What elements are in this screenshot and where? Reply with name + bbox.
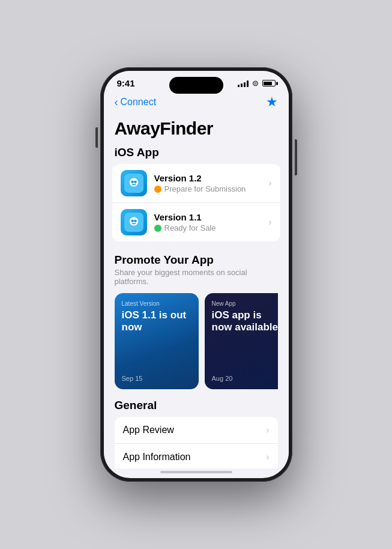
menu-item-app-review[interactable]: App Review › xyxy=(115,417,278,444)
phone-screen: 9:41 ⊜ ‹ Connect xyxy=(104,71,289,478)
promo-card-1-date: Sep 15 xyxy=(122,375,191,382)
promote-section: Promote Your App Share your biggest mome… xyxy=(104,251,289,396)
chevron-right-icon: › xyxy=(268,178,271,189)
nav-bar: ‹ Connect ★ xyxy=(104,91,289,116)
svg-point-1 xyxy=(129,178,138,187)
version-12-info: Version 1.2 Prepare for Submission xyxy=(154,173,269,193)
chevron-app-info: › xyxy=(266,452,269,463)
promo-card-1[interactable]: Latest Version iOS 1.1 is out now Sep 15 xyxy=(115,293,199,389)
version-11-info: Version 1.1 Ready for Sale xyxy=(154,212,269,232)
version-12-number: Version 1.2 xyxy=(154,173,269,183)
app-icon-v12 xyxy=(121,170,147,196)
chevron-app-review: › xyxy=(266,425,269,435)
menu-item-app-review-label: App Review xyxy=(123,425,174,435)
promo-card-2-title: iOS app is now available xyxy=(212,309,278,334)
battery-icon xyxy=(262,80,276,86)
version-12-status: Prepare for Submission xyxy=(154,184,269,193)
app-icon-v11 xyxy=(121,209,147,235)
screen-content[interactable]: ‹ Connect ★ AwayFinder iOS App xyxy=(104,91,289,469)
status-icons: ⊜ xyxy=(238,79,276,88)
version-list: Version 1.2 Prepare for Submission › xyxy=(112,164,280,241)
general-menu-list: App Review › App Information › Ratings a… xyxy=(115,417,278,469)
menu-item-app-info[interactable]: App Information › xyxy=(115,444,278,469)
version-12-status-text: Prepare for Submission xyxy=(164,184,246,193)
promo-card-1-tag: Latest Version xyxy=(122,300,191,307)
version-11-status: Ready for Sale xyxy=(154,223,269,232)
back-label: Connect xyxy=(121,97,157,108)
promo-cards: Latest Version iOS 1.1 is out now Sep 15… xyxy=(115,293,278,389)
app-title-section: AwayFinder xyxy=(104,116,289,146)
status-dot-orange xyxy=(154,186,161,193)
app-name: AwayFinder xyxy=(115,118,278,139)
promote-title: Promote Your App xyxy=(115,253,278,267)
general-section: General App Review › App Information › R… xyxy=(104,396,289,469)
wifi-icon: ⊜ xyxy=(252,79,259,88)
promote-subtitle: Share your biggest moments on social pla… xyxy=(115,268,278,286)
version-11-status-text: Ready for Sale xyxy=(164,223,216,232)
home-indicator xyxy=(160,471,232,473)
svg-point-8 xyxy=(129,217,138,226)
chevron-right-icon-2: › xyxy=(268,217,271,228)
star-button[interactable]: ★ xyxy=(266,94,278,110)
version-item-11[interactable]: Version 1.1 Ready for Sale › xyxy=(112,203,280,241)
general-title: General xyxy=(115,399,278,412)
phone-frame: 9:41 ⊜ ‹ Connect xyxy=(100,67,292,482)
signal-icon xyxy=(238,80,249,87)
promo-card-2-tag: New App xyxy=(212,300,278,307)
promo-card-1-title: iOS 1.1 is out now xyxy=(122,309,191,334)
back-chevron-icon: ‹ xyxy=(115,97,118,108)
version-item-12[interactable]: Version 1.2 Prepare for Submission › xyxy=(112,164,280,203)
back-button[interactable]: ‹ Connect xyxy=(115,97,157,108)
ios-app-section-header: iOS App xyxy=(104,146,289,164)
promo-card-2[interactable]: New App iOS app is now available Aug 20 xyxy=(205,293,278,389)
menu-item-app-info-label: App Information xyxy=(123,452,191,463)
version-11-number: Version 1.1 xyxy=(154,212,269,222)
status-time: 9:41 xyxy=(117,78,135,88)
promo-card-2-date: Aug 20 xyxy=(212,375,278,382)
dynamic-island xyxy=(169,77,223,94)
status-dot-green xyxy=(154,225,161,232)
